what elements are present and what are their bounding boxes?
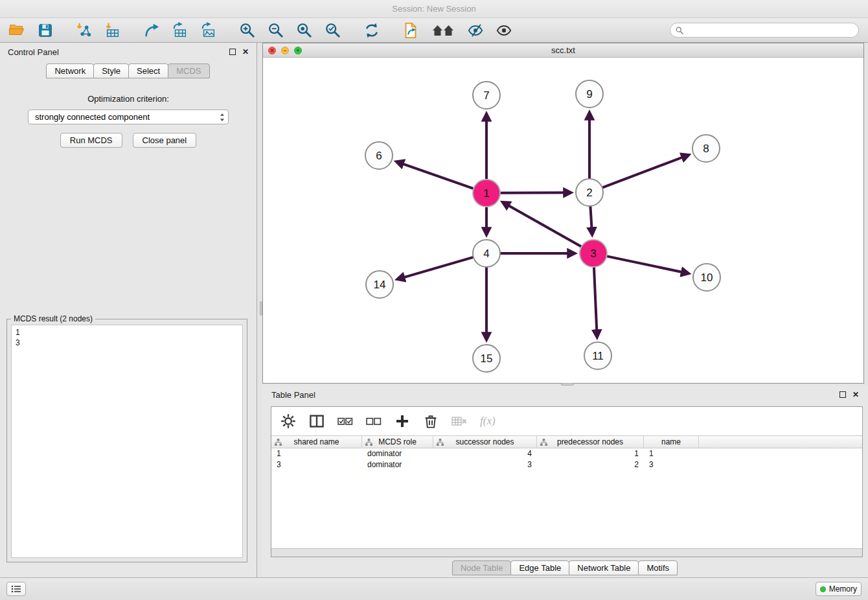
tab-node-table[interactable]: Node Table	[452, 560, 512, 575]
cell-name: 1	[644, 448, 699, 459]
refresh-layout-button[interactable]	[361, 20, 382, 41]
table-row[interactable]: 1 dominator 4 1 1	[271, 448, 862, 459]
main-toolbar	[0, 18, 868, 43]
share-network-button[interactable]	[141, 20, 162, 41]
float-panel-icon[interactable]	[229, 49, 236, 55]
criterion-dropdown[interactable]: strongly connected component	[28, 110, 229, 124]
column-header-predecessor-nodes[interactable]: predecessor nodes	[537, 436, 644, 448]
network-graph[interactable]: 7968124314101511	[263, 58, 863, 383]
close-panel-icon[interactable]: ✕	[242, 48, 249, 56]
graph-edge[interactable]	[500, 192, 571, 193]
optimization-criterion-label: Optimization criterion:	[0, 94, 257, 104]
tab-network[interactable]: Network	[46, 63, 94, 78]
vertical-splitter-handle[interactable]	[260, 301, 262, 316]
export-table-button[interactable]	[170, 20, 190, 41]
zoom-in-button[interactable]	[237, 20, 258, 41]
eye-icon	[496, 22, 512, 39]
close-table-panel-icon[interactable]: ✕	[852, 391, 859, 398]
graph-edge[interactable]	[503, 202, 581, 246]
graph-node-label: 4	[483, 248, 489, 260]
checked-boxes-icon	[337, 417, 353, 426]
annotation-mode-button[interactable]	[465, 20, 486, 41]
graph-node-label: 1	[483, 187, 489, 200]
task-history-button[interactable]	[6, 582, 26, 596]
add-column-button[interactable]	[394, 413, 410, 429]
graph-edge[interactable]	[396, 162, 474, 189]
network-canvas[interactable]: 7968124314101511	[263, 58, 863, 383]
zoom-fit-icon	[296, 22, 313, 39]
table-tabs: Node Table Edge Table Network Table Moti…	[262, 560, 868, 575]
open-session-button[interactable]	[6, 20, 27, 41]
graph-edge[interactable]	[398, 257, 474, 279]
graph-edge[interactable]	[594, 267, 597, 337]
zoom-out-button[interactable]	[266, 20, 286, 41]
unchecked-boxes-icon	[366, 417, 382, 426]
home-panels-button[interactable]	[429, 20, 457, 41]
tab-select[interactable]: Select	[128, 63, 168, 78]
graph-edge[interactable]	[602, 155, 689, 187]
function-builder-button[interactable]: f(x)	[480, 415, 496, 428]
graph-edge[interactable]	[607, 256, 689, 273]
tab-style[interactable]: Style	[93, 63, 129, 78]
cell-successor: 4	[433, 448, 537, 459]
run-mcds-button[interactable]: Run MCDS	[60, 133, 122, 148]
memory-button[interactable]: Memory	[816, 582, 862, 596]
save-session-button[interactable]	[35, 20, 56, 41]
cell-name: 3	[644, 459, 699, 470]
tab-mcds[interactable]: MCDS	[168, 63, 209, 78]
show-columns-button[interactable]	[309, 413, 325, 429]
zoom-out-icon	[268, 22, 284, 39]
table-panel-header: Table Panel ✕	[262, 386, 868, 404]
search-input[interactable]	[687, 26, 853, 35]
column-type-icon	[437, 439, 444, 446]
column-header-name[interactable]: name	[644, 436, 699, 448]
eye-slash-icon	[467, 22, 484, 39]
zoom-selected-button[interactable]	[323, 20, 343, 41]
minimize-window-icon[interactable]: −	[281, 47, 289, 54]
search-box[interactable]	[670, 23, 859, 38]
graph-node-label: 6	[376, 150, 382, 162]
close-panel-button[interactable]: Close panel	[133, 133, 197, 148]
select-all-button[interactable]	[337, 413, 353, 429]
tab-edge-table[interactable]: Edge Table	[510, 560, 569, 575]
tab-network-table[interactable]: Network Table	[569, 560, 639, 575]
control-panel-title: Control Panel	[8, 47, 223, 57]
float-table-panel-icon[interactable]	[839, 391, 846, 398]
graph-node-label: 3	[590, 248, 596, 260]
two-homes-icon	[431, 23, 455, 38]
tab-motifs[interactable]: Motifs	[638, 560, 678, 575]
delete-column-button[interactable]	[423, 413, 439, 429]
window-titlebar: Session: New Session	[0, 0, 868, 18]
mcds-result-list[interactable]: 1 3	[11, 325, 243, 558]
graph-edge[interactable]	[590, 206, 592, 235]
export-image-button[interactable]	[198, 20, 219, 41]
open-folder-icon	[8, 22, 25, 39]
zoom-fit-button[interactable]	[294, 20, 315, 41]
image-arrow-icon	[200, 22, 217, 39]
column-header-successor-nodes[interactable]: successor nodes	[433, 436, 537, 448]
delete-table-button[interactable]	[451, 413, 467, 429]
cell-shared-name: 3	[271, 459, 362, 470]
table-row[interactable]: 3 dominator 3 2 3	[271, 459, 862, 470]
column-header-mcds-role[interactable]: MCDS role	[362, 436, 433, 448]
control-panel: Control Panel ✕ Network Style Select MCD…	[0, 43, 257, 577]
close-window-icon[interactable]: ✕	[268, 47, 276, 54]
control-panel-tabs: Network Style Select MCDS	[0, 63, 257, 78]
maximize-window-icon[interactable]: +	[294, 47, 302, 54]
deselect-all-button[interactable]	[366, 413, 382, 429]
table-horizontal-scrollbar[interactable]	[271, 548, 862, 557]
document-network-icon	[402, 22, 419, 39]
column-header-shared-name[interactable]: shared name	[271, 436, 362, 448]
table-settings-button[interactable]	[280, 413, 296, 429]
import-table-icon	[104, 22, 121, 39]
show-hide-button[interactable]	[494, 20, 514, 41]
column-label: name	[661, 437, 681, 446]
import-network-button[interactable]	[74, 20, 95, 41]
column-type-icon	[275, 439, 282, 446]
copy-network-button[interactable]	[400, 20, 421, 41]
import-table-button[interactable]	[102, 20, 123, 41]
table-arrow-icon	[172, 22, 188, 39]
network-window-titlebar[interactable]: ✕ − + scc.txt	[263, 43, 863, 58]
refresh-icon	[363, 22, 380, 39]
cell-predecessor: 1	[537, 448, 644, 459]
